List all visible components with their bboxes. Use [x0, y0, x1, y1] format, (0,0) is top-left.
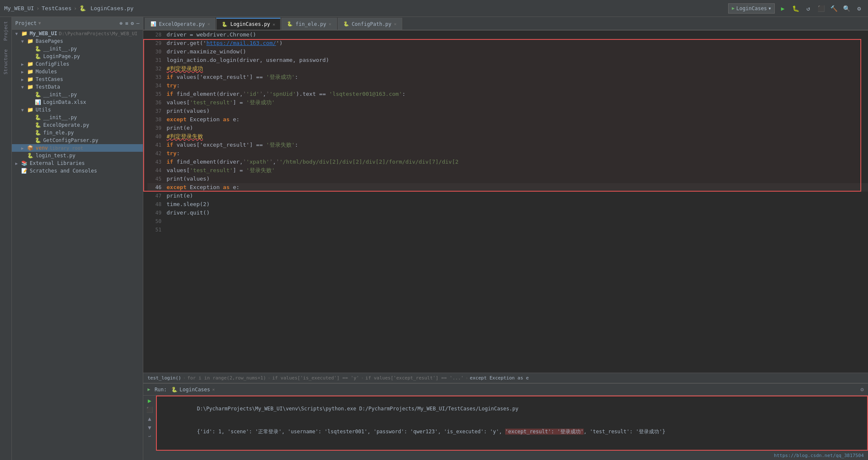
tab-close-finele[interactable]: ✕ [329, 22, 331, 26]
code-line-42: 42 try: [147, 149, 868, 158]
project-panel: Project ▼ ⊕ ≡ ⚙ — ▼ 📁 My_WEB_UI D:\Pycha… [12, 17, 143, 460]
run-output-1: {'id': 1, 'scene': '正常登录', 'username': '… [160, 420, 864, 443]
run-play-btn[interactable]: ▶ [148, 397, 151, 404]
panel-hide-icon[interactable]: — [136, 20, 139, 26]
run-highlight-except1: 'except_result': '登录成功' [505, 429, 584, 435]
tree-init-basepages[interactable]: 🐍 __init__.py [12, 45, 143, 53]
tree-getconfigparser[interactable]: 🐍 GetConfigParser.py [12, 137, 143, 144]
panel-gear-icon[interactable]: ⚙ [131, 20, 134, 26]
tree-configfiles[interactable]: ▶ 📁 ConfigFiles [12, 60, 143, 68]
search-button[interactable]: 🔍 [842, 4, 851, 13]
sidebar-tab-project[interactable]: Project [1, 17, 10, 45]
bc-item-2[interactable]: for i in range(2,row_nums+1) [187, 375, 266, 381]
tree-testdata[interactable]: ▼ 📁 TestData [12, 83, 143, 91]
tab-logincases[interactable]: 🐍 LoginCases.py ✕ [216, 18, 281, 30]
code-line-36: 36 values['test_result'] = '登录成功' [147, 98, 868, 107]
tree-modules[interactable]: ▶ 📁 Modules [12, 68, 143, 75]
tree-testcases[interactable]: ▶ 📁 TestCases [12, 75, 143, 83]
breadcrumb-file: 🐍 LoginCases.py [79, 5, 134, 11]
bc-item-3[interactable]: if values['is_executed'] == 'y' [272, 375, 359, 381]
code-line-40: 40 #判定登录失败 [147, 132, 868, 141]
tree-venv[interactable]: ▶ 📦 venv library root [12, 144, 143, 152]
panel-settings-icon[interactable]: ⊕ [120, 20, 122, 26]
build-button[interactable]: 🔨 [829, 4, 838, 13]
code-line-45: 45 print(values) [147, 175, 868, 183]
chevron-down-icon: ▼ [769, 6, 771, 11]
tab-configpath[interactable]: 🐍 ConfigPath.py ✕ [338, 18, 402, 30]
code-editor[interactable]: 28 driver = webdriver.Chrome() 29 driver… [143, 31, 868, 373]
tab-bar: 📊 ExcelOperate.py ✕ 🐍 LoginCases.py ✕ 🐍 … [143, 17, 868, 31]
sidebar-tab-structure[interactable]: Structure [1, 45, 10, 79]
breadcrumb-bar: test_login() › for i in range(2,row_nums… [143, 373, 868, 383]
run-tab-label: LoginCases [180, 387, 210, 393]
run-button[interactable]: ▶ [778, 4, 787, 13]
code-content[interactable]: 28 driver = webdriver.Chrome() 29 driver… [143, 31, 868, 373]
bc-item-1[interactable]: test_login() [147, 375, 181, 381]
run-controls: ⚙ [860, 386, 864, 393]
code-line-43: 43 if find_element(driver,ʾ'xpath'ʾ,ʾ'/h… [147, 158, 868, 166]
tree-loginpage[interactable]: 🐍 LoginPage.py [12, 53, 143, 60]
panel-collapse-icon[interactable]: ≡ [125, 20, 128, 26]
code-line-32: 32 #判定登录成功 [147, 64, 868, 73]
tab-exceloperate[interactable]: 📊 ExcelOperate.py ✕ [145, 18, 215, 30]
stop-button[interactable]: ⬛ [816, 4, 826, 13]
run-down-btn[interactable]: ▼ [148, 424, 151, 431]
code-line-35: 35 if find_element(driver,ʾ'id'ʾ,ʾ'spnUi… [147, 90, 868, 98]
status-bar: https://blog.csdn.net/qq_3817504 [143, 451, 868, 460]
status-url[interactable]: https://blog.csdn.net/qq_3817504 [774, 453, 864, 458]
tree-basepages[interactable]: ▼ 📁 BasePages [12, 37, 143, 45]
code-line-31: 31 login_action.do_login(driver, usernam… [147, 56, 868, 64]
code-line-48: 48 time.sleep(2) [147, 200, 868, 209]
run-settings-icon[interactable]: ⚙ [860, 386, 864, 393]
run-panel-header: ▶ Run: 🐍 LoginCases ✕ ⚙ [143, 384, 868, 396]
tree-exceloperate[interactable]: 🐍 ExcelOperate.py [12, 121, 143, 129]
rerun-button[interactable]: ↺ [804, 4, 813, 13]
debug-button[interactable]: 🐛 [791, 4, 800, 13]
editor-area: 📊 ExcelOperate.py ✕ 🐍 LoginCases.py ✕ 🐍 … [143, 17, 868, 460]
panel-dropdown-icon[interactable]: ▼ [39, 21, 41, 25]
tree-root[interactable]: ▼ 📁 My_WEB_UI D:\PycharmProjects\My_WEB_… [12, 30, 143, 37]
run-config-dropdown[interactable]: ▶ LoginCases ▼ [728, 3, 775, 14]
run-config-icon: ▶ [732, 6, 735, 11]
run-wrap-btn[interactable]: ↵ [148, 433, 151, 438]
run-stop-btn[interactable]: ⬛ [146, 407, 153, 413]
code-line-44: 44 values['test_result'] = '登录失败' [147, 166, 868, 175]
tab-close-configpath[interactable]: ✕ [394, 22, 397, 26]
code-line-37: 37 print(values) [147, 107, 868, 115]
run-tab-close[interactable]: ✕ [212, 387, 215, 392]
tree-init-testdata[interactable]: 🐍 __init__.py [12, 91, 143, 98]
tree-logindata[interactable]: 📊 LoginData.xlsx [12, 98, 143, 106]
code-line-46: 46 except Exception as e: [147, 183, 868, 192]
code-line-50: 50 [147, 217, 868, 226]
settings-button[interactable]: ⚙ [854, 4, 864, 13]
panel-header-icons: ⊕ ≡ ⚙ — [120, 20, 139, 26]
bc-item-5[interactable]: except Exception as e [470, 375, 529, 381]
tree-init-utils[interactable]: 🐍 __init__.py [12, 114, 143, 121]
tab-fin-ele[interactable]: 🐍 fin_ele.py ✕ [281, 18, 337, 30]
tab-icon-py-logincases: 🐍 [222, 22, 228, 27]
tab-icon-excel: 📊 [150, 21, 156, 27]
tab-close-exceloperate[interactable]: ✕ [207, 22, 210, 26]
code-line-29: 29 driver.get('https://mail.163.com/') [147, 39, 868, 47]
code-line-39: 39 print(e) [147, 124, 868, 132]
file-icon: 🐍 [79, 5, 86, 11]
code-line-38: 38 except Exception as e: [147, 115, 868, 124]
breadcrumb-root[interactable]: My_WEB_UI [4, 5, 34, 11]
tree-utils[interactable]: ▼ 📁 Utils [12, 106, 143, 114]
tab-close-logincases[interactable]: ✕ [273, 22, 275, 27]
breadcrumb-testcases[interactable]: TestCases [42, 5, 71, 11]
bc-item-4[interactable]: if values['except_result'] == '...' [365, 375, 464, 381]
code-line-33: 33 if values['except_result'] == '登录成功': [147, 73, 868, 81]
run-label: Run: [155, 387, 167, 393]
run-tab-logincases[interactable]: 🐍 LoginCases ✕ [171, 387, 215, 393]
code-line-30: 30 driver.maximize_window() [147, 47, 868, 56]
root-path: D:\PycharmProjects\My_WEB_UI [59, 31, 137, 36]
tree-scratches[interactable]: 📝 Scratches and Consoles [12, 167, 143, 175]
top-bar: My_WEB_UI › TestCases › 🐍 LoginCases.py … [0, 0, 868, 17]
tree-fin-ele[interactable]: 🐍 fin_ele.py [12, 129, 143, 137]
run-output-2: {'id': 2, 'scene': '错误用户名/密码', 'username… [160, 443, 864, 451]
tree-external-libs[interactable]: ▶ 📚 External Libraries [12, 159, 143, 167]
run-up-btn[interactable]: ▲ [148, 415, 151, 422]
code-line-34: 34 try: [147, 81, 868, 90]
tree-login-test[interactable]: 🐍 login_test.py [12, 152, 143, 159]
